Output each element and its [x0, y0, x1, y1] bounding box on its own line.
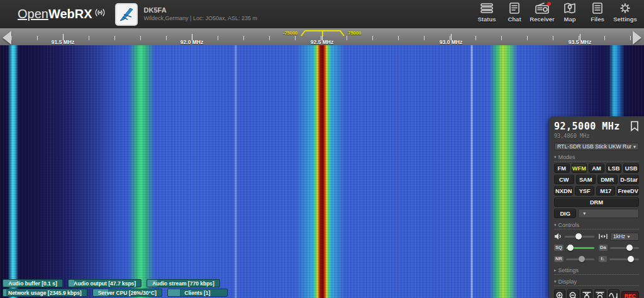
- digital-mode-select[interactable]: ▾: [578, 209, 639, 218]
- zoom-in-total-button[interactable]: [581, 289, 592, 298]
- mode-button-dmr[interactable]: DMR: [597, 175, 618, 184]
- receiver-panel: 92,5000 MHz 93,4860 MHz RTL-SDR USB Stic…: [549, 116, 644, 298]
- logo-webrx: WebRX: [48, 7, 92, 21]
- nav-label: Chat: [508, 16, 521, 23]
- network-usage-pill: Network usage [2345.9 kbps]: [3, 289, 87, 297]
- audio-buffer-pill: Audio buffer [0.1 s]: [3, 279, 63, 287]
- status-row: Audio buffer [0.1 s] Audio output [47.7 …: [3, 279, 228, 287]
- scale-label: 92.0 MHz: [180, 39, 203, 45]
- nav-item-settings[interactable]: Settings: [611, 2, 639, 23]
- zoom-in-button[interactable]: [554, 289, 565, 298]
- chevron-down-icon: ▾: [554, 279, 557, 284]
- waterfall-auto-badge[interactable]: Da: [599, 245, 608, 251]
- mode-button-drm[interactable]: DRM: [554, 197, 639, 207]
- openwebrx-logo[interactable]: OpenWebRX: [18, 7, 106, 21]
- modes-section-header[interactable]: ▾ Modes: [554, 154, 639, 162]
- chevron-down-icon: ▾: [627, 234, 630, 240]
- receiver-details: Wildeck,Germany | Loc: JO50ax, ASL: 235 …: [144, 15, 257, 22]
- header-nav: Status Chat Receiver: [473, 2, 639, 23]
- volume-slider[interactable]: [565, 232, 594, 241]
- section-label: Settings: [558, 267, 579, 273]
- tuned-frequency-display[interactable]: 92,5000 MHz: [554, 121, 620, 132]
- speaker-icon[interactable]: [554, 233, 562, 240]
- tuning-passband-indicator[interactable]: -75000 75000: [283, 29, 361, 38]
- sdr-profile-select[interactable]: RTL-SDR USB Stick UKW Rundfunk ▾: [554, 143, 639, 150]
- scroll-right-arrow[interactable]: [633, 31, 641, 45]
- status-bar: Audio buffer [0.1 s] Audio output [47.7 …: [3, 279, 228, 297]
- passband-low-label: -75000: [283, 30, 297, 36]
- mode-button-nxdn[interactable]: NXDN: [554, 186, 573, 196]
- bookmark-icon[interactable]: [630, 121, 639, 131]
- mode-button-ysf[interactable]: YSF: [575, 186, 594, 196]
- mode-button-dstar[interactable]: D-Star: [619, 175, 640, 184]
- mode-button-freedv[interactable]: FreeDV: [617, 186, 639, 196]
- mode-button-m17[interactable]: M17: [596, 186, 615, 196]
- scale-label: 93.0 MHz: [440, 39, 462, 45]
- center-frequency-display: 93,4860 MHz: [554, 133, 620, 139]
- mode-button-fm[interactable]: FM: [554, 163, 570, 173]
- receiver-avatar[interactable]: [115, 3, 138, 26]
- mode-button-usb[interactable]: USB: [623, 163, 639, 173]
- mode-button-lsb[interactable]: LSB: [606, 163, 622, 173]
- sdr-profile-value: RTL-SDR USB Stick UKW Rundfunk: [557, 143, 631, 150]
- mode-button-dig[interactable]: DIG: [554, 209, 576, 218]
- nav-item-status[interactable]: Status: [473, 2, 501, 23]
- noise-reduction-badge: NR: [554, 256, 564, 262]
- zoom-out-total-button[interactable]: [594, 289, 606, 298]
- zoom-out-button[interactable]: [567, 289, 579, 298]
- tuning-step-value: 1kHz: [613, 233, 625, 240]
- nav-item-map[interactable]: Map: [556, 2, 584, 23]
- mode-button-sam[interactable]: SAM: [576, 175, 596, 184]
- waterfall-min-slider[interactable]: [609, 255, 639, 263]
- section-label: Modes: [558, 154, 575, 160]
- passband-shape: [297, 29, 348, 38]
- waterfall-max-slider[interactable]: [610, 243, 639, 252]
- server-cpu-pill: Server CPU [26%/30°C]: [92, 289, 162, 297]
- chevron-right-icon: ▸: [554, 268, 557, 273]
- controls-section-header[interactable]: ▾ Controls: [554, 222, 639, 229]
- scroll-left-arrow[interactable]: [3, 31, 11, 45]
- status-icon: [479, 2, 494, 14]
- logo-open: Open: [18, 7, 48, 21]
- scale-label: 91.5 MHz: [52, 39, 74, 45]
- nav-item-receiver[interactable]: Receiver: [528, 2, 556, 23]
- display-section-header[interactable]: ▾ Display: [554, 279, 639, 286]
- settings-section-header[interactable]: ▸ Settings: [554, 267, 639, 275]
- mode-button-am[interactable]: AM: [589, 163, 604, 173]
- notification-dot: [547, 2, 551, 6]
- squelch-badge: SQ: [554, 245, 564, 251]
- map-icon: [563, 2, 577, 14]
- antenna-icon: [94, 7, 106, 21]
- chevron-down-icon: ▾: [633, 144, 636, 150]
- scale-label: 92.5 MHz: [311, 39, 333, 45]
- chevron-down-icon: ▾: [583, 211, 586, 216]
- audio-output-pill: Audio output [47.7 ksps]: [68, 279, 142, 287]
- clients-pill: Clients [1]: [167, 289, 228, 297]
- record-button[interactable]: REC: [621, 291, 639, 298]
- status-row: Network usage [2345.9 kbps] Server CPU […: [3, 289, 228, 297]
- tail-badge[interactable]: t↓: [599, 256, 607, 262]
- spectrum-toggle-button[interactable]: [608, 289, 619, 298]
- header: OpenWebRX DK5FA Wildeck,Germany | Loc: J…: [0, 0, 644, 28]
- squelch-slider[interactable]: [566, 243, 594, 252]
- scale-label: 93.5 MHz: [569, 39, 591, 45]
- mode-button-cw[interactable]: CW: [554, 175, 574, 184]
- openwebrx-app: OpenWebRX DK5FA Wildeck,Germany | Loc: J…: [0, 0, 644, 298]
- glider-logo-icon: [118, 6, 135, 23]
- nav-label: Map: [564, 16, 576, 23]
- nav-item-chat[interactable]: Chat: [501, 2, 528, 23]
- tuning-step-select[interactable]: 1kHz ▾: [610, 233, 639, 241]
- nav-label: Status: [477, 16, 496, 23]
- settings-gear-icon: [618, 2, 632, 14]
- receiver-callsign: DK5FA: [144, 6, 257, 15]
- waterfall-display[interactable]: [0, 45, 644, 298]
- bandwidth-icon[interactable]: [599, 233, 608, 240]
- files-icon: [591, 2, 604, 14]
- chevron-down-icon: ▾: [554, 155, 557, 160]
- frequency-scale[interactable]: 91.5 MHz 92.0 MHz 92.5 MHz 93.0 MHz 93.5…: [0, 28, 644, 45]
- mode-button-wfm[interactable]: WFM: [572, 163, 587, 173]
- noise-reduction-slider[interactable]: [566, 255, 594, 263]
- section-label: Display: [558, 279, 577, 285]
- receiver-info: DK5FA Wildeck,Germany | Loc: JO50ax, ASL…: [144, 6, 257, 22]
- nav-item-files[interactable]: Files: [584, 2, 611, 23]
